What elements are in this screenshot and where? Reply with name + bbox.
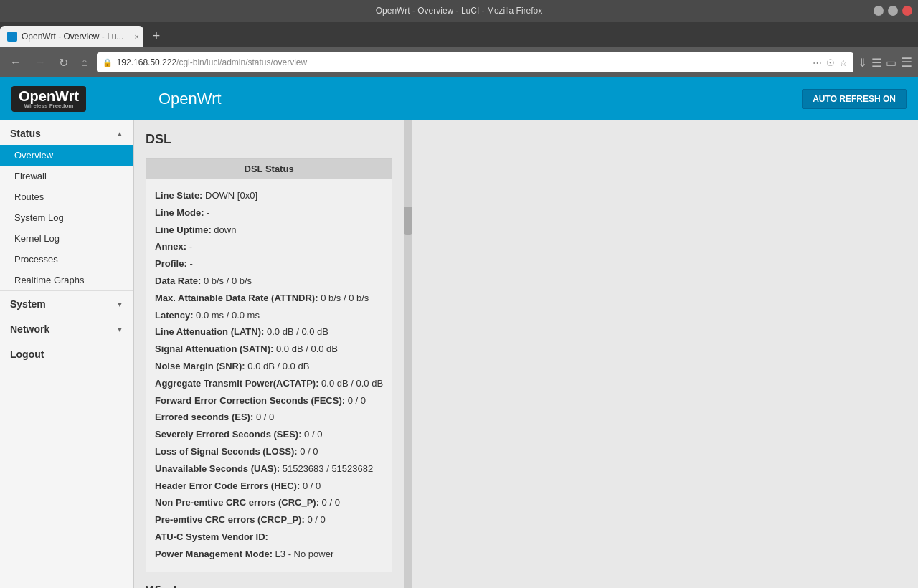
lock-icon: 🔒 bbox=[103, 58, 113, 67]
app-header: OpenWrt Wireless Freedom OpenWrt AUTO RE… bbox=[0, 77, 918, 120]
address-box[interactable]: 🔒 192.168.50.222/cgi-bin/luci/admin/stat… bbox=[97, 52, 853, 72]
menu-dots-icon: ⋯ bbox=[813, 57, 822, 68]
bookmarks-icon[interactable]: ☰ bbox=[871, 56, 881, 70]
home-btn[interactable]: ⌂ bbox=[77, 53, 93, 72]
auto-refresh-btn[interactable]: AUTO REFRESH ON bbox=[802, 89, 907, 109]
table-row: Loss of Signal Seconds (LOSS): 0 / 0 bbox=[155, 445, 383, 460]
dsl-section: DSL DSL Status Line State: DOWN [0x0] Li… bbox=[146, 132, 392, 572]
tab-favicon bbox=[7, 32, 17, 42]
sidebar-system-label: System bbox=[10, 298, 46, 310]
tab-label: OpenWrt - Overview - Lu... bbox=[22, 32, 123, 42]
sidebar-item-firewall[interactable]: Firewall bbox=[0, 166, 133, 186]
sidebar-item-overview[interactable]: Overview bbox=[0, 145, 133, 166]
sidebar-item-processes[interactable]: Processes bbox=[0, 249, 133, 270]
table-row: Line Uptime: down bbox=[155, 223, 383, 238]
new-tab-btn[interactable]: + bbox=[146, 26, 166, 46]
table-row: Signal Attenuation (SATN): 0.0 dB / 0.0 … bbox=[155, 342, 383, 357]
table-row: Line Attenuation (LATN): 0.0 dB / 0.0 dB bbox=[155, 325, 383, 340]
maximize-btn[interactable] bbox=[888, 6, 898, 16]
sidebar-item-routes[interactable]: Routes bbox=[0, 186, 133, 207]
browser-addressbar: ← → ↻ ⌂ 🔒 192.168.50.222/cgi-bin/luci/ad… bbox=[0, 47, 918, 77]
tab-close-btn[interactable]: × bbox=[135, 32, 139, 41]
forward-btn[interactable]: → bbox=[30, 53, 50, 72]
dsl-title: DSL bbox=[146, 132, 392, 150]
wireless-title: Wireless bbox=[146, 584, 392, 588]
sidebar-item-kernellog[interactable]: Kernel Log bbox=[0, 228, 133, 249]
dsl-table: DSL Status Line State: DOWN [0x0] Line M… bbox=[146, 158, 392, 572]
table-row: Noise Margin (SNR): 0.0 dB / 0.0 dB bbox=[155, 359, 383, 374]
sidebar-system-header[interactable]: System ▼ bbox=[0, 290, 133, 316]
network-chevron-icon: ▼ bbox=[116, 326, 123, 333]
table-row: ATU-C System Vendor ID: bbox=[155, 530, 383, 545]
table-row: Severely Errored Seconds (SES): 0 / 0 bbox=[155, 427, 383, 442]
table-row: Annex: - bbox=[155, 240, 383, 255]
sidebar-toggle-icon[interactable]: ▭ bbox=[886, 56, 896, 70]
table-row: Data Rate: 0 b/s / 0 b/s bbox=[155, 274, 383, 289]
table-row: Power Management Mode: L3 - No power bbox=[155, 547, 383, 562]
logo-text: OpenWrt bbox=[19, 88, 79, 104]
browser-titlebar: OpenWrt - Overview - LuCI - Mozilla Fire… bbox=[0, 0, 918, 22]
browser-tab[interactable]: OpenWrt - Overview - Lu... × bbox=[0, 26, 143, 47]
system-chevron-icon: ▼ bbox=[116, 300, 123, 308]
shield-icon: ☉ bbox=[826, 57, 835, 68]
header-title: OpenWrt bbox=[158, 90, 802, 108]
scrollbar[interactable] bbox=[404, 120, 412, 588]
table-row: Pre-emtive CRC errors (CRCP_P): 0 / 0 bbox=[155, 513, 383, 528]
table-row: Profile: - bbox=[155, 257, 383, 272]
table-row: Line Mode: - bbox=[155, 206, 383, 221]
sidebar-status-label: Status bbox=[10, 128, 41, 139]
url-scheme: 192.168.50.222 bbox=[117, 57, 176, 67]
hamburger-menu-icon[interactable]: ☰ bbox=[901, 54, 912, 70]
main-layout: Status ▲ Overview Firewall Routes System… bbox=[0, 120, 412, 588]
sidebar-logout[interactable]: Logout bbox=[0, 341, 133, 367]
toolbar-right: ⇓ ☰ ▭ ☰ bbox=[858, 54, 912, 70]
app-wrapper: OpenWrt Wireless Freedom OpenWrt AUTO RE… bbox=[0, 77, 918, 588]
content-area: DSL DSL Status Line State: DOWN [0x0] Li… bbox=[134, 120, 404, 588]
back-btn[interactable]: ← bbox=[6, 53, 26, 72]
table-row: Line State: DOWN [0x0] bbox=[155, 189, 383, 204]
sidebar-network-header[interactable]: Network ▼ bbox=[0, 316, 133, 341]
dsl-table-header: DSL Status bbox=[146, 159, 392, 179]
sidebar-status-header[interactable]: Status ▲ bbox=[0, 120, 133, 145]
table-row: Unavailable Seconds (UAS): 51523683 / 51… bbox=[155, 462, 383, 477]
download-icon[interactable]: ⇓ bbox=[858, 56, 867, 70]
logo-box: OpenWrt Wireless Freedom bbox=[11, 86, 86, 112]
address-extra: ⋯ ☉ ☆ bbox=[813, 57, 848, 68]
logo-sub: Wireless Freedom bbox=[19, 103, 79, 109]
wireless-section: Wireless radio0 Type: MAC80211 802.11abg… bbox=[146, 584, 392, 588]
dsl-data-area: Line State: DOWN [0x0] Line Mode: - Line… bbox=[146, 179, 392, 572]
close-btn[interactable] bbox=[902, 6, 912, 16]
browser-tabbar: OpenWrt - Overview - Lu... × + bbox=[0, 22, 918, 47]
scrollbar-thumb[interactable] bbox=[404, 207, 412, 235]
sidebar-network-label: Network bbox=[10, 323, 49, 335]
titlebar-text: OpenWrt - Overview - LuCI - Mozilla Fire… bbox=[376, 6, 543, 16]
status-chevron-icon: ▲ bbox=[116, 130, 123, 138]
logo-area: OpenWrt Wireless Freedom bbox=[11, 86, 144, 112]
table-row: Non Pre-emtive CRC errors (CRC_P): 0 / 0 bbox=[155, 495, 383, 511]
url-path: /cgi-bin/luci/admin/status/overview bbox=[176, 57, 307, 67]
table-row: Forward Error Correction Seconds (FECS):… bbox=[155, 394, 383, 409]
address-text: 192.168.50.222/cgi-bin/luci/admin/status… bbox=[117, 57, 808, 67]
table-row: Max. Attainable Data Rate (ATTNDR): 0 b/… bbox=[155, 291, 383, 306]
star-icon[interactable]: ☆ bbox=[839, 57, 848, 68]
table-row: Latency: 0.0 ms / 0.0 ms bbox=[155, 308, 383, 323]
sidebar: Status ▲ Overview Firewall Routes System… bbox=[0, 120, 134, 588]
minimize-btn[interactable] bbox=[874, 6, 884, 16]
table-row: Aggregate Transmit Power(ACTATP): 0.0 dB… bbox=[155, 376, 383, 392]
sidebar-item-realtimegraphs[interactable]: Realtime Graphs bbox=[0, 270, 133, 290]
table-row: Header Error Code Errors (HEC): 0 / 0 bbox=[155, 479, 383, 494]
reload-btn[interactable]: ↻ bbox=[55, 53, 72, 72]
table-row: Errored seconds (ES): 0 / 0 bbox=[155, 410, 383, 425]
sidebar-item-systemlog[interactable]: System Log bbox=[0, 207, 133, 228]
